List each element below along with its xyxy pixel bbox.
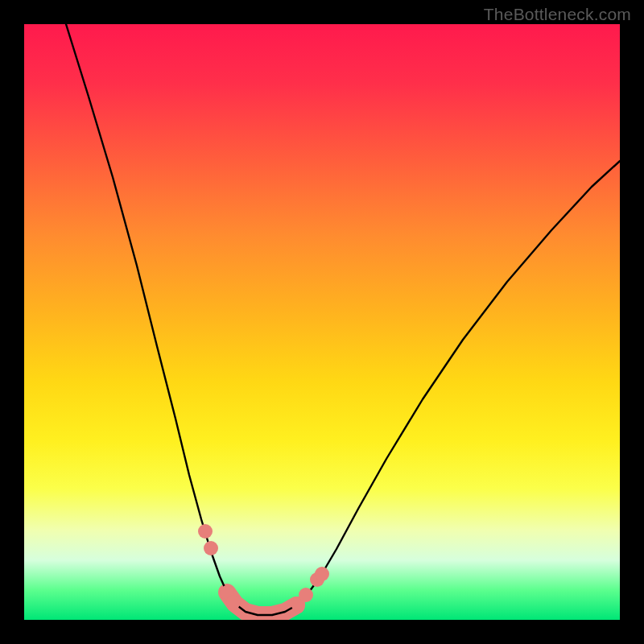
curve-marker — [198, 524, 213, 539]
marker-group — [198, 524, 329, 611]
plot-area — [24, 24, 620, 620]
curve-svg — [24, 24, 620, 620]
watermark-text: TheBottleneck.com — [484, 5, 631, 24]
curve-marker — [315, 567, 329, 581]
curve-marker — [204, 541, 218, 555]
curve-marker — [226, 595, 241, 609]
curve-marker — [299, 588, 313, 602]
chart-frame: TheBottleneck.com — [0, 0, 644, 644]
bottleneck-curve — [66, 24, 620, 615]
